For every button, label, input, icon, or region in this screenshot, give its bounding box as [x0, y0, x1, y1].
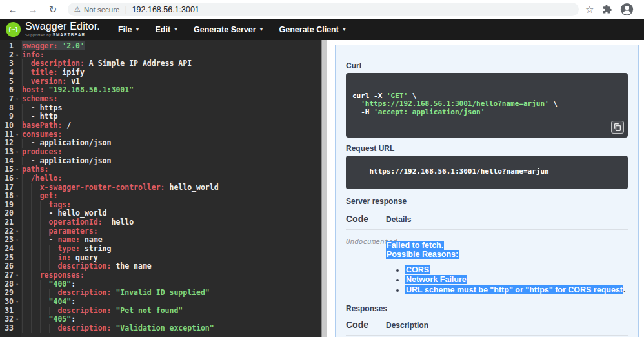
line-number: 4: [0, 68, 14, 77]
yaml-editor[interactable]: 1swagger: '2.0'2▾info:3description: A Si…: [0, 40, 321, 337]
fold-caret-icon[interactable]: ▾: [14, 227, 21, 236]
forward-icon[interactable]: →: [26, 4, 40, 15]
editor-line[interactable]: 6host: "192.168.56.1:3001": [0, 86, 321, 95]
editor-line[interactable]: 22▾parameters:: [0, 227, 321, 236]
indent-guide: [49, 262, 58, 271]
fold-caret-icon[interactable]: ▾: [14, 174, 21, 183]
editor-line[interactable]: 32▾"405":: [0, 315, 321, 324]
fold-caret-icon: [14, 201, 21, 210]
editor-line[interactable]: 14- application/json: [0, 157, 321, 166]
fold-caret-icon[interactable]: ▾: [14, 298, 21, 307]
editor-line[interactable]: 30▾"404":: [0, 298, 321, 307]
editor-line[interactable]: 1swagger: '2.0': [0, 42, 321, 51]
fold-caret-icon[interactable]: ▾: [14, 236, 21, 245]
server-response-row: Undocumented Failed to fetch. Possible R…: [346, 238, 628, 296]
menu-generate-server[interactable]: Generate Server▼: [186, 25, 272, 34]
fold-caret-icon[interactable]: ▾: [14, 130, 21, 139]
profile-avatar-icon[interactable]: [620, 3, 634, 16]
editor-line[interactable]: 5version: v1: [0, 77, 321, 87]
address-bar[interactable]: ⚠ Not secure | 192.168.56.1:3001: [68, 3, 579, 16]
editor-line[interactable]: 21operationId: hello: [0, 218, 321, 227]
menu-label: Generate Client: [279, 25, 339, 34]
editor-line[interactable]: 26description: the name: [0, 262, 321, 271]
back-icon[interactable]: ←: [6, 4, 20, 15]
fold-caret-icon[interactable]: ▾: [14, 280, 21, 289]
bookmark-star-icon[interactable]: ☆: [585, 4, 594, 15]
editor-line[interactable]: 17x-swagger-router-controller: hello_wor…: [0, 183, 321, 192]
editor-line[interactable]: 8- https: [0, 104, 321, 113]
editor-line[interactable]: 18▾get:: [0, 192, 321, 201]
editor-line[interactable]: 23▾- name: name: [0, 236, 321, 245]
line-number: 12: [0, 139, 14, 148]
failure-reason-item: CORS: [405, 265, 626, 275]
responses-table-header: Code Description: [346, 320, 628, 330]
indent-guide: [40, 307, 49, 316]
fold-caret-icon[interactable]: ▾: [14, 271, 21, 280]
line-number: 13: [0, 148, 14, 157]
fold-caret-icon[interactable]: ▾: [14, 95, 21, 104]
editor-line[interactable]: 24type: string: [0, 245, 321, 254]
menu-file[interactable]: File▼: [110, 25, 147, 34]
fold-caret-icon[interactable]: ▾: [14, 165, 21, 174]
line-content: description: the name: [21, 262, 152, 271]
line-content: schemes:: [21, 95, 57, 104]
menu-edit[interactable]: Edit▼: [147, 25, 186, 34]
refresh-icon[interactable]: ↻: [46, 4, 60, 15]
editor-scrollbar[interactable]: [321, 40, 327, 337]
editor-line[interactable]: 19tags:: [0, 201, 321, 210]
editor-line[interactable]: 9- http: [0, 112, 321, 121]
indent-guide: [22, 104, 31, 113]
line-content: - application/json: [21, 139, 111, 148]
menu-label: Edit: [155, 25, 170, 34]
indent-guide: [31, 280, 40, 289]
editor-line[interactable]: 33description: "Validation exception": [0, 324, 321, 333]
line-content: consumes:: [21, 130, 62, 139]
editor-line[interactable]: 27▾responses:: [0, 271, 321, 280]
editor-line[interactable]: 12- application/json: [0, 139, 321, 148]
editor-line[interactable]: 13▾produces:: [0, 148, 321, 157]
line-content: swagger: '2.0': [21, 42, 85, 51]
editor-line[interactable]: 3description: A Simple IP Address API: [0, 59, 321, 68]
editor-line[interactable]: 28▾"400":: [0, 280, 321, 289]
not-secure-label[interactable]: Not secure: [84, 6, 120, 14]
indent-guide: [22, 254, 31, 263]
copy-to-clipboard-button[interactable]: [611, 121, 624, 134]
extensions-puzzle-icon[interactable]: [601, 4, 612, 15]
request-url-block: https://192.168.56.1:3001/hello?name=arj…: [346, 156, 628, 189]
editor-line[interactable]: 7▾schemes:: [0, 95, 321, 104]
editor-line[interactable]: 25in: query: [0, 254, 321, 263]
indent-guide: [22, 68, 31, 77]
editor-line[interactable]: 2▾info:: [0, 51, 321, 60]
fold-caret-icon: [14, 139, 21, 148]
editor-line[interactable]: 10basePath: /: [0, 121, 321, 130]
indent-guide: [40, 218, 49, 227]
fold-caret-icon[interactable]: ▾: [14, 192, 21, 201]
line-number: 25: [0, 254, 14, 263]
indent-guide: [22, 139, 31, 148]
error-text-line: Possible Reasons:: [386, 250, 459, 259]
editor-line[interactable]: 20- hello_world: [0, 209, 321, 218]
line-number: 1: [0, 42, 14, 51]
fold-caret-icon[interactable]: ▾: [14, 315, 21, 324]
url-text[interactable]: 192.168.56.1:3001: [132, 5, 199, 14]
editor-line[interactable]: 11▾consumes:: [0, 130, 321, 139]
line-content: get:: [21, 192, 57, 201]
indent-guide: [49, 245, 58, 254]
editor-line[interactable]: 31description: "Pet not found": [0, 307, 321, 316]
menu-generate-client[interactable]: Generate Client▼: [272, 25, 354, 34]
line-content: - name: name: [21, 236, 103, 245]
line-number: 6: [0, 86, 14, 95]
fold-caret-icon[interactable]: ▾: [14, 51, 21, 60]
editor-line[interactable]: 29description: "Invalid ID supplied": [0, 289, 321, 298]
not-secure-warning-icon[interactable]: ⚠: [74, 5, 81, 14]
line-number: 17: [0, 183, 14, 192]
line-content: "400":: [21, 280, 75, 289]
editor-line[interactable]: 16▾/hello:: [0, 174, 321, 183]
line-content: tags:: [21, 201, 71, 210]
line-number: 26: [0, 262, 14, 271]
indent-guide: [22, 157, 31, 166]
fold-caret-icon[interactable]: ▾: [14, 148, 21, 157]
editor-line[interactable]: 15▾paths:: [0, 165, 321, 174]
line-number: 27: [0, 271, 14, 280]
editor-line[interactable]: 4title: ipify: [0, 68, 321, 77]
